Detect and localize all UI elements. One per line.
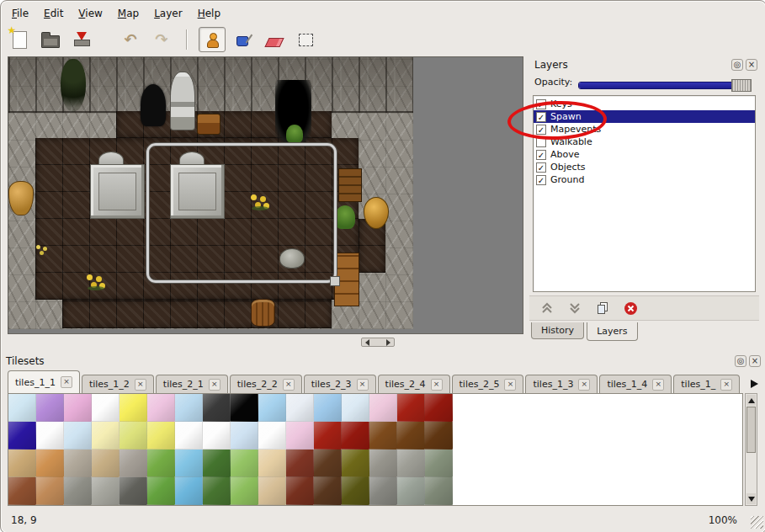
tile-3-12[interactable]	[342, 477, 369, 505]
tile-2-9[interactable]	[258, 450, 286, 477]
panel-tab-history[interactable]: History	[531, 322, 584, 339]
tile-1-3[interactable]	[92, 422, 120, 450]
tileset-tab-tiles_2_1[interactable]: tiles_2_1×	[156, 375, 228, 393]
menu-layer[interactable]: Layer	[146, 5, 189, 22]
scroll-up-button[interactable]	[746, 395, 756, 406]
tile-1-10[interactable]	[286, 422, 314, 450]
tile-0-11[interactable]	[314, 394, 342, 422]
tile-2-15[interactable]	[425, 450, 453, 477]
layer-row-mapevents[interactable]: ✓Mapevents	[534, 123, 755, 136]
tile-3-14[interactable]	[397, 477, 425, 505]
close-panel-button[interactable]: ×	[746, 59, 757, 71]
tile-1-4[interactable]	[120, 422, 147, 450]
tile-2-8[interactable]	[231, 450, 258, 477]
tile-2-12[interactable]	[342, 450, 369, 477]
tile-1-6[interactable]	[175, 422, 203, 450]
layer-row-keys[interactable]: ✓Keys	[534, 98, 755, 110]
tile-3-2[interactable]	[64, 477, 92, 505]
tile-0-6[interactable]	[175, 394, 203, 422]
tab-close-icon[interactable]: ×	[283, 379, 295, 391]
tile-1-8[interactable]	[231, 422, 258, 450]
tile-1-9[interactable]	[258, 422, 286, 450]
tile-2-6[interactable]	[175, 450, 203, 477]
layer-row-walkable[interactable]: Walkable	[534, 136, 755, 148]
tile-3-5[interactable]	[147, 477, 175, 505]
tile-3-0[interactable]	[8, 477, 36, 505]
tile-0-0[interactable]	[8, 394, 36, 422]
layer-row-ground[interactable]: ✓Ground	[534, 173, 755, 186]
tile-2-14[interactable]	[397, 450, 425, 477]
tile-0-12[interactable]	[342, 394, 369, 422]
map-selection[interactable]	[146, 143, 337, 283]
scroll-down-button[interactable]	[746, 493, 756, 504]
tile-0-5[interactable]	[147, 394, 175, 422]
tile-1-0[interactable]	[8, 422, 36, 450]
tile-0-7[interactable]	[203, 394, 231, 422]
tileset-tab-tiles_2_3[interactable]: tiles_2_3×	[304, 375, 376, 393]
tab-close-icon[interactable]: ×	[578, 379, 590, 391]
tileset-tab-tiles_1_3[interactable]: tiles_1_3×	[525, 375, 598, 393]
tile-0-15[interactable]	[425, 394, 453, 422]
layer-row-objects[interactable]: ✓Objects	[534, 161, 755, 173]
tile-0-9[interactable]	[258, 394, 286, 422]
scrollbar-thumb[interactable]	[746, 407, 756, 453]
tile-2-3[interactable]	[92, 450, 120, 477]
tileset-v-scrollbar[interactable]	[745, 393, 757, 506]
tab-close-icon[interactable]: ×	[720, 379, 732, 391]
redo-button[interactable]: ↷	[148, 27, 175, 52]
tile-3-6[interactable]	[175, 477, 203, 505]
tile-3-4[interactable]	[120, 477, 147, 505]
delete-layer-button[interactable]	[620, 299, 640, 317]
menu-view[interactable]: View	[71, 5, 109, 22]
tileset-tab-tiles_1_2[interactable]: tiles_1_2×	[82, 375, 154, 393]
tile-2-7[interactable]	[203, 450, 231, 477]
tab-close-icon[interactable]: ×	[209, 379, 220, 391]
layer-checkbox-mapevents[interactable]: ✓	[536, 125, 546, 135]
tileset-tab-tiles_2_2[interactable]: tiles_2_2×	[230, 375, 302, 393]
resize-grip[interactable]	[751, 516, 763, 529]
tile-1-7[interactable]	[203, 422, 231, 450]
selection-resize-handle[interactable]	[330, 276, 340, 286]
tile-1-12[interactable]	[342, 422, 369, 450]
tab-close-icon[interactable]: ×	[504, 379, 516, 391]
tile-1-5[interactable]	[147, 422, 175, 450]
tab-close-icon[interactable]: ×	[357, 379, 369, 391]
tab-close-icon[interactable]: ×	[135, 379, 146, 391]
panel-tab-layers[interactable]: Layers	[587, 322, 637, 341]
tile-3-7[interactable]	[203, 477, 231, 505]
tile-2-4[interactable]	[120, 450, 147, 477]
tab-close-icon[interactable]: ×	[61, 376, 72, 388]
opacity-slider-handle[interactable]	[731, 79, 752, 92]
tile-1-14[interactable]	[397, 422, 425, 450]
layer-checkbox-objects[interactable]: ✓	[536, 162, 546, 173]
tile-0-3[interactable]	[92, 394, 120, 422]
menu-help[interactable]: Help	[190, 5, 228, 22]
tile-1-13[interactable]	[369, 422, 397, 450]
tile-2-11[interactable]	[314, 450, 342, 477]
layer-row-above[interactable]: ✓Above	[534, 148, 755, 161]
tab-close-icon[interactable]: ×	[652, 379, 664, 391]
tab-close-icon[interactable]: ×	[431, 379, 443, 391]
tile-0-14[interactable]	[397, 394, 425, 422]
tile-2-5[interactable]	[147, 450, 175, 477]
tile-1-1[interactable]	[36, 422, 64, 450]
layer-checkbox-ground[interactable]: ✓	[536, 175, 546, 185]
tileset-tab-tiles_2_4[interactable]: tiles_2_4×	[378, 375, 450, 393]
tileset-tab-tiles_2_5[interactable]: tiles_2_5×	[452, 375, 524, 393]
tile-2-13[interactable]	[369, 450, 397, 477]
map-h-scrollbar[interactable]	[361, 338, 395, 347]
tile-0-13[interactable]	[369, 394, 397, 422]
tile-2-2[interactable]	[64, 450, 92, 477]
close-tilesets-button[interactable]: ×	[749, 355, 761, 367]
map-canvas[interactable]	[8, 57, 413, 329]
tileset-tab-tiles_1_[interactable]: tiles_1_×	[673, 375, 740, 393]
spawn-tool-button[interactable]	[199, 27, 226, 52]
tile-0-10[interactable]	[286, 394, 314, 422]
layer-row-spawn[interactable]: ✓Spawn	[534, 110, 755, 123]
layer-checkbox-spawn[interactable]: ✓	[536, 112, 546, 122]
tile-0-8[interactable]	[231, 394, 258, 422]
tile-3-1[interactable]	[36, 477, 64, 505]
tileset-tab-tiles_1_4[interactable]: tiles_1_4×	[599, 375, 672, 393]
tileset-tab-tiles_1_1[interactable]: tiles_1_1×	[8, 370, 80, 393]
eraser-tool-button[interactable]	[261, 27, 288, 52]
